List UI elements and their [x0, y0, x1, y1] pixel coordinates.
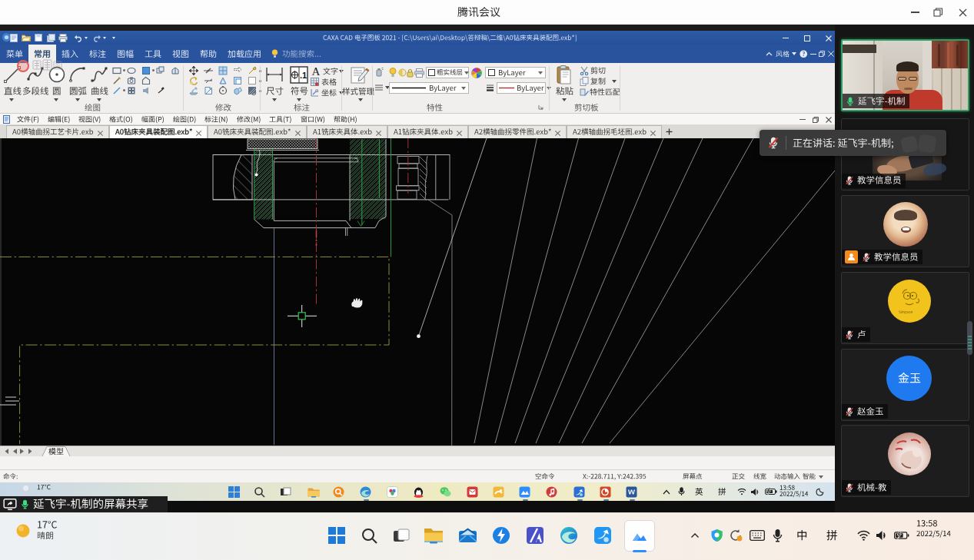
menu-file[interactable] — [12, 114, 43, 125]
match-icon[interactable] — [580, 88, 589, 97]
menu-format[interactable] — [105, 114, 138, 125]
mdi-minimize-icon[interactable] — [799, 119, 806, 120]
modify-1-2-icon[interactable] — [218, 76, 228, 85]
linetype-dropdown[interactable] — [389, 82, 469, 94]
shared-wifi-icon[interactable] — [737, 488, 746, 495]
cad-minimize-button[interactable] — [780, 34, 792, 42]
qat-icon-17[interactable] — [8, 33, 19, 42]
shared-ime-lang[interactable] — [695, 488, 703, 496]
draw-small-1-2-icon[interactable] — [141, 76, 151, 85]
point-mode[interactable] — [683, 473, 703, 480]
staskbar-tencent-meeting-icon[interactable] — [518, 485, 531, 499]
style-manager-icon[interactable] — [350, 65, 370, 85]
ribbon-tab-help[interactable] — [194, 45, 222, 63]
cad-maximize-button[interactable] — [801, 34, 813, 42]
copy-dropdown-icon[interactable] — [612, 80, 617, 83]
draw-small-2-3-icon[interactable] — [156, 86, 165, 95]
sidebar-scrollbar[interactable] — [967, 321, 972, 355]
vtaskbar-edge-icon[interactable] — [559, 525, 579, 545]
function-search-input[interactable] — [282, 50, 321, 58]
spray-icon[interactable] — [375, 67, 384, 77]
model-tab[interactable] — [42, 446, 71, 457]
vtaskbar-mail-icon[interactable] — [457, 525, 477, 545]
help-icon[interactable]: ? — [799, 50, 808, 58]
tool-coord-icon[interactable] — [311, 88, 319, 97]
next-sheet-icon[interactable] — [20, 449, 25, 454]
modify-1-1-icon[interactable] — [204, 76, 213, 85]
modify-2-2-icon[interactable] — [218, 86, 228, 95]
cut-icon[interactable] — [580, 66, 589, 75]
tray-battery-icon[interactable] — [894, 531, 909, 540]
tray-clock[interactable] — [916, 519, 951, 538]
match-label[interactable] — [590, 88, 620, 97]
drawing-canvas[interactable] — [0, 138, 835, 446]
qat-icon-33[interactable] — [21, 33, 32, 42]
tool-table-label[interactable] — [321, 78, 337, 87]
doc-tab-6[interactable] — [567, 125, 662, 138]
ribbon-tab-annotate[interactable] — [84, 45, 111, 63]
tray-ime-mode[interactable] — [826, 530, 838, 542]
staskbar-netease-music-icon[interactable] — [545, 485, 558, 499]
doc-close-icon[interactable] — [828, 51, 834, 57]
staskbar-edge-icon[interactable] — [359, 485, 372, 499]
draw-small-2-2-icon[interactable] — [141, 86, 151, 95]
vtaskbar-tencent-meeting-icon[interactable] — [624, 520, 655, 552]
layer-lock-icon[interactable] — [407, 68, 414, 78]
last-sheet-icon[interactable] — [28, 449, 34, 454]
tray-wifi-icon[interactable] — [857, 531, 870, 541]
color-wheel-icon[interactable] — [471, 68, 482, 78]
paste-dropdown-icon[interactable] — [562, 98, 567, 101]
draw-small-0-1-icon[interactable] — [127, 66, 136, 75]
vtaskbar-file-explorer-icon[interactable] — [424, 525, 444, 545]
shared-battery-icon[interactable] — [765, 488, 777, 495]
menu-dimension[interactable] — [201, 114, 233, 125]
close-tab-icon[interactable] — [295, 130, 301, 135]
close-tab-icon[interactable] — [457, 130, 462, 135]
shared-tray-chevron-icon[interactable] — [663, 489, 670, 495]
draw-small-1-0-icon[interactable] — [112, 76, 121, 85]
modify-2-3-icon[interactable] — [233, 86, 242, 95]
paste-label[interactable] — [555, 87, 573, 96]
menu-view[interactable] — [74, 114, 105, 125]
style-manager-label[interactable] — [341, 87, 375, 96]
qat-icon-49[interactable] — [33, 33, 44, 42]
ribbon-tab-tools[interactable] — [139, 45, 167, 63]
modify-2-4-icon[interactable] — [248, 86, 257, 95]
tool-dimension-label[interactable] — [263, 87, 286, 96]
doc-minimize-icon[interactable] — [810, 54, 816, 55]
staskbar-task-view-icon[interactable] — [279, 485, 292, 499]
shared-volume-icon[interactable] — [751, 488, 760, 496]
draw-small-0-4-icon[interactable] — [171, 66, 180, 75]
staskbar-powerpoint-icon[interactable] — [599, 485, 612, 499]
modify-0-1-icon[interactable] — [204, 66, 213, 75]
staskbar-wps-cloud-icon[interactable] — [492, 485, 505, 499]
vtaskbar-search-icon[interactable] — [359, 525, 379, 545]
close-tab-icon[interactable] — [376, 130, 381, 135]
lineweight-list-icon[interactable] — [486, 84, 494, 91]
color-dropdown[interactable] — [485, 67, 546, 78]
snap-dropdown-icon[interactable] — [819, 476, 823, 479]
modify-1-4-icon[interactable] — [248, 76, 257, 85]
copy-label[interactable] — [590, 77, 606, 86]
style-dropdown-icon[interactable] — [792, 52, 796, 55]
close-tab-icon[interactable] — [98, 130, 103, 135]
close-tab-icon[interactable] — [555, 130, 560, 135]
doc-tab-5[interactable] — [468, 125, 567, 138]
layer-dropdown[interactable] — [426, 67, 469, 78]
vtaskbar-quick-assist-icon[interactable] — [491, 525, 511, 545]
tool-coord-label[interactable] — [321, 88, 337, 98]
staskbar-search-icon[interactable] — [253, 485, 266, 499]
meeting-close-button[interactable] — [955, 5, 970, 20]
staskbar-caxa-icon[interactable] — [573, 485, 586, 499]
modify-2-0-icon[interactable] — [189, 86, 198, 95]
tool-arc-icon[interactable] — [68, 65, 87, 84]
style-manager-dropdown-icon[interactable] — [358, 98, 363, 101]
participant-tile-5[interactable] — [841, 425, 969, 497]
tool-symbol-label[interactable] — [288, 87, 311, 96]
first-sheet-icon[interactable] — [3, 449, 9, 454]
staskbar-netease-mail-icon[interactable] — [466, 485, 479, 499]
ribbon-tab-addons[interactable] — [222, 45, 267, 63]
toggle-dyninput[interactable] — [774, 473, 800, 480]
draw-rect-dropdown-icon[interactable] — [123, 69, 125, 71]
viewer-weather-icon[interactable] — [15, 523, 31, 538]
